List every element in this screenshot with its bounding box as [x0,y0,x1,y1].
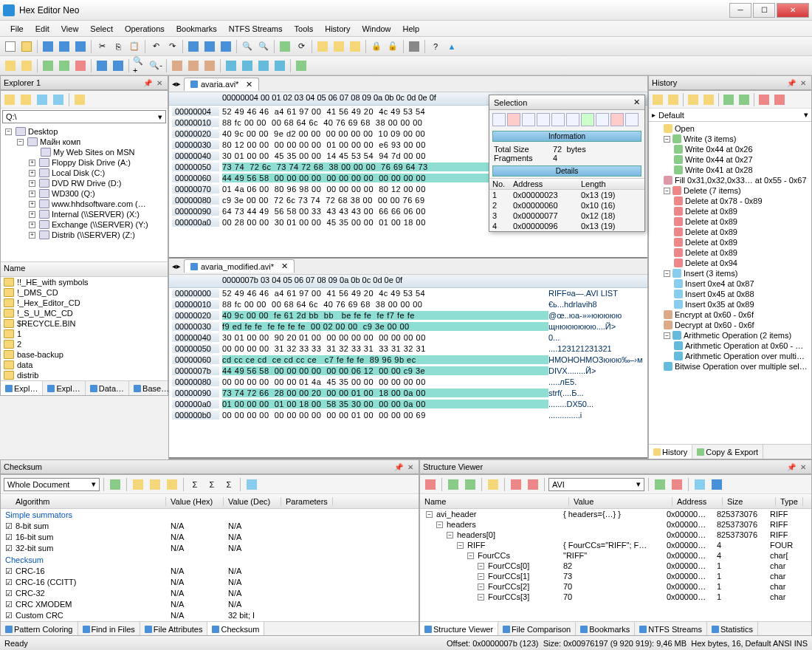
pin-icon[interactable]: 📌 [786,462,796,472]
history-item[interactable]: Encrypt at 0x60 - 0x6f [652,309,808,320]
history-item[interactable]: Decrypt at 0x60 - 0x6f [652,320,808,330]
history-item[interactable]: −Delete (7 items) [652,185,808,196]
sv-a-icon[interactable] [423,477,438,492]
structv-tab[interactable]: Structure Viewer [420,622,498,636]
tool-n-icon[interactable] [272,58,287,73]
tool-j-icon[interactable] [202,58,217,73]
hist-a-icon[interactable] [686,92,701,107]
ck-d-icon[interactable]: Σ [187,477,202,492]
history-tree[interactable]: Open−Write (3 items)Write 0x44 at 0x26Wr… [649,122,811,444]
sv-g-icon[interactable] [653,477,667,492]
checksum-row[interactable]: ☑8-bit sumN/AN/A [1,521,419,532]
explorer-tab[interactable]: Data… [86,381,129,395]
structv-row[interactable]: −avi_header{ headers={…} }0x00000…825373… [420,509,811,519]
hex-row[interactable]: 0000005000 00 00 00 31 32 33 33 31 32 33… [169,343,647,355]
history-item[interactable]: Write 0x44 at 0x27 [652,154,808,165]
history-item[interactable]: Insert 0x35 at 0x89 [652,299,808,309]
explorer-tab[interactable]: Base… [129,381,174,395]
sv-f-icon[interactable] [526,477,540,492]
sv-e-icon[interactable] [509,477,523,492]
structv-row[interactable]: −FourCCs[3]700x00000…1char [420,592,811,602]
folder-tree[interactable]: −Desktop−Майн компMy Web Sites on MSN+Fl… [1,125,168,262]
structv-row[interactable]: −headers[0]0x00000…825373076RIFF [420,530,811,540]
ck-c-icon[interactable] [165,477,179,492]
hist-d-icon[interactable] [737,92,751,107]
zoom-out-icon[interactable]: 🔍- [148,58,163,73]
bookmark3-icon[interactable] [348,39,362,54]
history-tab[interactable]: History [649,445,692,459]
hex-tab-2[interactable]: avaria_modified.avi* ✕ [184,259,295,273]
tool-k-icon[interactable] [224,58,238,73]
explorer-up-icon[interactable] [2,92,17,107]
history-item[interactable]: Arithmetic Operation over multi… [652,351,808,361]
selection-row[interactable]: 40x000000960x13 (19) [489,221,644,231]
prev-tab-icon[interactable]: ◂▸ [172,79,181,89]
tree-node[interactable]: +Floppy Disk Drive (A:) [2,157,166,168]
hex-row[interactable]: 000000a001 00 00 00 01 00 18 00 58 35 30… [169,399,647,410]
checksum-row[interactable]: ☑CRC XMODEMN/AN/A [1,599,419,610]
sel-btn-8[interactable] [596,113,609,126]
hex-row[interactable]: 0000009073 74 72 66 28 00 00 20 00 00 01… [169,388,647,399]
sel-btn-7[interactable] [581,113,594,126]
menu-file[interactable]: File [4,23,30,35]
pin-icon[interactable]: 📌 [393,462,404,472]
undo-icon[interactable]: ↶ [148,39,163,54]
selection-row[interactable]: 30x000000770x12 (18) [489,211,644,221]
list-item[interactable]: !!_HE_with symbols [1,277,168,287]
ck-b-icon[interactable] [148,477,162,492]
sel-btn-5[interactable] [551,113,565,126]
tree-node[interactable]: +Local Disk (C:) [2,168,166,178]
sel-btn-10[interactable] [625,113,639,126]
tree-node[interactable]: +DVD RW Drive (D:) [2,178,166,188]
save-icon[interactable] [41,39,55,54]
pin-icon[interactable]: 📌 [142,78,153,88]
list-item[interactable]: base-backup [1,349,168,360]
history-item[interactable]: Delete at 0x89 [652,227,808,237]
close-panel-icon[interactable]: ✕ [154,78,165,88]
history-item[interactable]: Bitwise Operation over multiple sel… [652,361,808,372]
hex-row[interactable]: 0000000052 49 46 46 a4 61 97 00 41 56 49… [169,288,647,299]
structv-row[interactable]: −FourCCs[0]820x00000…1char [420,561,811,571]
cut-icon[interactable]: ✂ [94,39,109,54]
help-icon[interactable]: ? [428,39,443,54]
structv-row[interactable]: −headers0x00000…825373076RIFF [420,519,811,530]
history-item[interactable]: Write 0x41 at 0x28 [652,165,808,175]
redo-icon[interactable]: ↷ [165,39,179,54]
sel-btn-3[interactable] [522,113,535,126]
close-panel-icon[interactable]: ✕ [798,462,808,472]
selection-row[interactable]: 20x000000600x10 (16) [489,200,644,211]
tool-b-icon[interactable] [19,58,34,73]
sv-b-icon[interactable] [446,477,461,492]
sv-h-icon[interactable] [670,477,684,492]
selection-row[interactable]: 10x000000230x13 (19) [489,190,644,200]
checksum-row[interactable]: ☑32-bit sumN/AN/A [1,543,419,554]
list-item[interactable]: $RECYCLE.BIN [1,318,168,329]
hist-f-icon[interactable] [772,92,787,107]
history-item[interactable]: Insert 0xe4 at 0x87 [652,278,808,289]
structv-row[interactable]: −FourCCs[1]730x00000…1char [420,571,811,581]
tree-node[interactable]: −Майн комп [2,137,166,147]
menu-ntfs-streams[interactable]: NTFS Streams [223,23,289,35]
sel-btn-1[interactable] [492,113,506,126]
open-icon[interactable] [19,39,34,54]
explorer-open-icon[interactable] [72,92,87,107]
structv-tab[interactable]: Statistics [707,622,758,636]
tool-m-icon[interactable] [256,58,271,73]
structv-tab[interactable]: File Comparison [498,622,576,636]
refresh-icon[interactable]: ⟳ [294,39,309,54]
sel-btn-9[interactable] [610,113,624,126]
hex-row[interactable]: 00000060cd cc ce cd ce cd cc ce c7 fe fe… [169,355,647,366]
close-panel-icon[interactable]: ✕ [405,462,416,472]
selection-panel[interactable]: Selection✕ Information Total Size72 byte… [489,95,645,232]
save-all-icon[interactable] [73,39,88,54]
list-item[interactable]: !_Hex_Editor_CD [1,298,168,308]
structv-row[interactable]: −FourCCs[2]700x00000…1char [420,581,811,592]
list-item[interactable]: data [1,360,168,370]
checksum-row[interactable]: ☑16-bit sumN/AN/A [1,532,419,543]
tool-d-icon[interactable] [57,58,72,73]
menu-tools[interactable]: Tools [289,23,320,35]
close-icon[interactable]: ✕ [633,98,640,107]
explorer-refresh-icon[interactable] [51,92,66,107]
hist-e-icon[interactable] [757,92,771,107]
history-item[interactable]: −Insert (3 items) [652,268,808,278]
